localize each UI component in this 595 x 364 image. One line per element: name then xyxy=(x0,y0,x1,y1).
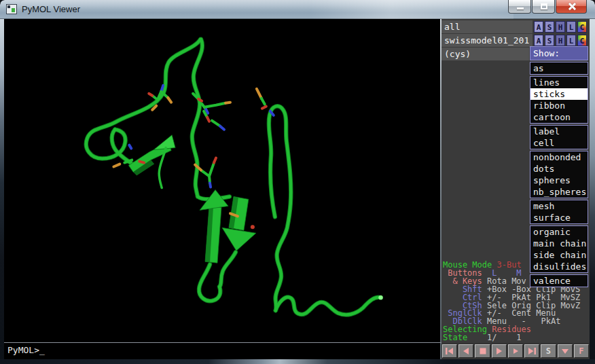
menu-item-nb-spheres[interactable]: nb_spheres xyxy=(530,186,588,198)
object-name-swissmodel01-201[interactable]: swissmodel01_201 xyxy=(441,34,533,47)
menu-item-mesh[interactable]: mesh xyxy=(530,200,588,212)
stick-residues xyxy=(113,86,274,230)
menu-item-cartoon[interactable]: cartoon xyxy=(530,111,588,123)
menu-group: labelcell xyxy=(530,125,588,149)
movie-s-button[interactable]: S xyxy=(541,344,556,358)
menu-group: meshsurface xyxy=(530,200,588,224)
movie-play-button[interactable] xyxy=(492,344,507,358)
menu-item-label[interactable]: label xyxy=(530,126,588,137)
help-text: State xyxy=(443,333,467,342)
protein-structure xyxy=(4,19,440,342)
movie-f-button[interactable]: F xyxy=(574,344,589,358)
menu-item-nonbonded[interactable]: nonbonded xyxy=(530,151,588,163)
titlebar[interactable]: PyMOL Viewer xyxy=(0,0,595,19)
movie-stop-button[interactable] xyxy=(475,344,490,358)
ribbon-helix xyxy=(128,135,175,188)
down-icon xyxy=(560,347,570,355)
menu-item-as[interactable]: as xyxy=(530,62,588,74)
pymol-app-icon xyxy=(6,4,17,14)
close-icon xyxy=(568,3,575,10)
side-panel: allASHLCswissmodel01_201ASHLC(cys) Show:… xyxy=(441,19,590,343)
menu-group: valence xyxy=(530,274,588,287)
menu-item-organic[interactable]: organic xyxy=(530,226,588,238)
window-title: PyMOL Viewer xyxy=(22,4,80,14)
menu-item-valence[interactable]: valence xyxy=(530,275,588,287)
menu-group: linessticksribboncartoon xyxy=(530,76,588,124)
pymol-window: PyMOL Viewer xyxy=(0,0,595,364)
movie-playback-bar: SF xyxy=(441,343,590,359)
close-button[interactable] xyxy=(556,0,587,14)
maximize-button[interactable] xyxy=(532,0,555,14)
menu-group: nonbondeddotsspheresnb_spheres xyxy=(530,151,588,198)
object-all-h-button[interactable]: H xyxy=(556,21,565,33)
show-menu-header: Show: xyxy=(530,46,588,60)
menu-item-side-chain[interactable]: side chain xyxy=(530,249,588,261)
minimize-icon xyxy=(517,7,524,10)
object-name-all[interactable]: all xyxy=(441,20,533,33)
command-prompt: PyMOL> xyxy=(7,345,39,355)
movie-skip-end-button[interactable] xyxy=(524,344,539,358)
object-row-swissmodel01-201: swissmodel01_201ASHLC xyxy=(441,34,590,47)
object-name-cys[interactable]: (cys) xyxy=(441,48,529,60)
menu-item-spheres[interactable]: spheres xyxy=(530,175,588,186)
menu-item-sticks[interactable]: sticks xyxy=(530,88,588,100)
object-all-s-button[interactable]: S xyxy=(545,21,554,33)
object-swissmodel01-201-a-button[interactable]: A xyxy=(534,35,543,46)
protein-tubes-shadow xyxy=(86,39,381,315)
step-back-icon xyxy=(461,347,471,355)
window-border-left xyxy=(0,19,4,359)
menu-item-lines[interactable]: lines xyxy=(530,77,588,88)
window-border-right xyxy=(590,19,595,359)
minimize-button[interactable] xyxy=(508,0,531,14)
step-forward-icon xyxy=(511,347,520,355)
menu-group: as xyxy=(530,62,588,75)
movie-step-back-button[interactable] xyxy=(458,344,473,358)
object-swissmodel01-201-l-button[interactable]: L xyxy=(566,35,576,46)
object-all-a-button[interactable]: A xyxy=(534,21,543,33)
object-swissmodel01-201-c-button[interactable]: C xyxy=(577,35,587,46)
help-line-9[interactable]: State 1/ 1 xyxy=(443,334,590,342)
menu-group: organicmain chainside chaindisulfides xyxy=(530,225,588,273)
menu-item-main-chain[interactable]: main chain xyxy=(530,238,588,249)
object-all-l-button[interactable]: L xyxy=(566,21,576,33)
movie-step-forward-button[interactable] xyxy=(508,344,523,358)
command-line[interactable]: PyMOL>_ xyxy=(4,343,440,359)
menu-item-surface[interactable]: surface xyxy=(530,212,588,223)
window-controls xyxy=(507,0,587,14)
help-text: 1/ 1 xyxy=(467,333,521,342)
show-menu: Show:aslinessticksribboncartoonlabelcell… xyxy=(530,46,588,287)
movie-down-button[interactable] xyxy=(558,344,573,358)
skip-start-icon xyxy=(445,347,454,355)
3d-viewport[interactable] xyxy=(4,19,440,342)
protein-tubes xyxy=(86,39,383,315)
menu-item-dots[interactable]: dots xyxy=(530,163,588,175)
movie-skip-start-button[interactable] xyxy=(442,344,457,358)
skip-end-icon xyxy=(527,347,537,355)
menu-item-disulfides[interactable]: disulfides xyxy=(530,261,588,272)
object-swissmodel01-201-h-button[interactable]: H xyxy=(556,35,565,46)
play-icon xyxy=(494,347,504,355)
object-row-all: allASHLC xyxy=(441,20,590,33)
object-all-c-button[interactable]: C xyxy=(577,21,587,33)
stop-icon xyxy=(478,347,488,355)
menu-item-cell[interactable]: cell xyxy=(530,137,588,149)
menu-item-ribbon[interactable]: ribbon xyxy=(530,100,588,111)
command-cursor: _ xyxy=(39,345,45,355)
object-swissmodel01-201-s-button[interactable]: S xyxy=(545,35,554,46)
maximize-icon xyxy=(541,3,547,10)
window-border-bottom xyxy=(0,359,595,364)
